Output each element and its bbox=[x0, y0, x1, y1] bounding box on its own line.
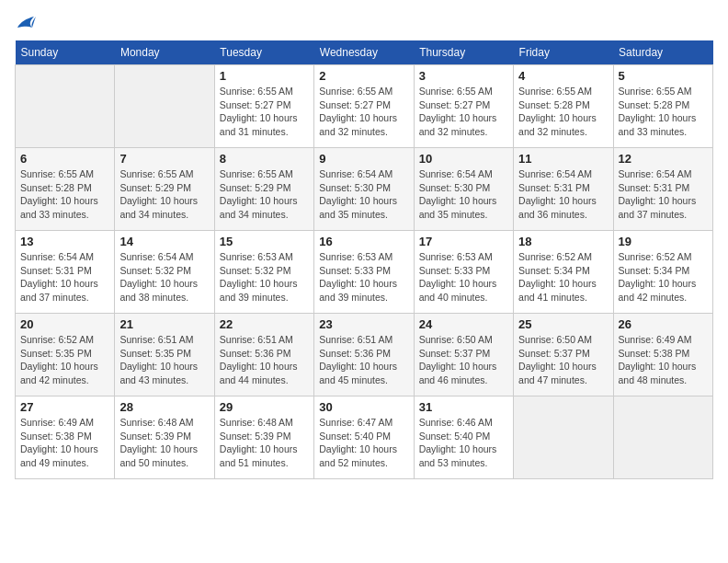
day-info: Sunrise: 6:48 AM Sunset: 5:39 PM Dayligh… bbox=[220, 416, 309, 470]
calendar-day-cell: 13Sunrise: 6:54 AM Sunset: 5:31 PM Dayli… bbox=[16, 231, 115, 314]
calendar-day-cell: 7Sunrise: 6:55 AM Sunset: 5:29 PM Daylig… bbox=[115, 148, 214, 231]
day-number: 26 bbox=[619, 317, 708, 331]
day-number: 4 bbox=[518, 69, 608, 83]
day-number: 20 bbox=[20, 317, 109, 331]
day-info: Sunrise: 6:49 AM Sunset: 5:38 PM Dayligh… bbox=[20, 416, 109, 470]
day-number: 15 bbox=[220, 235, 309, 248]
day-info: Sunrise: 6:55 AM Sunset: 5:29 PM Dayligh… bbox=[220, 167, 309, 222]
calendar-day-cell bbox=[16, 65, 115, 148]
day-number: 6 bbox=[20, 152, 109, 166]
calendar-header-row: SundayMondayTuesdayWednesdayThursdayFrid… bbox=[16, 40, 713, 65]
day-info: Sunrise: 6:53 AM Sunset: 5:32 PM Dayligh… bbox=[220, 250, 309, 304]
day-info: Sunrise: 6:54 AM Sunset: 5:32 PM Dayligh… bbox=[119, 250, 209, 304]
calendar-day-cell: 2Sunrise: 6:55 AM Sunset: 5:27 PM Daylig… bbox=[314, 65, 414, 148]
calendar-day-cell: 26Sunrise: 6:49 AM Sunset: 5:38 PM Dayli… bbox=[613, 314, 712, 396]
bird-icon bbox=[16, 15, 36, 31]
calendar-day-cell: 23Sunrise: 6:51 AM Sunset: 5:36 PM Dayli… bbox=[314, 314, 414, 396]
calendar-day-cell: 28Sunrise: 6:48 AM Sunset: 5:39 PM Dayli… bbox=[115, 396, 214, 479]
day-info: Sunrise: 6:46 AM Sunset: 5:40 PM Dayligh… bbox=[419, 416, 508, 470]
calendar-day-cell: 3Sunrise: 6:55 AM Sunset: 5:27 PM Daylig… bbox=[414, 65, 513, 148]
calendar-day-cell: 31Sunrise: 6:46 AM Sunset: 5:40 PM Dayli… bbox=[414, 396, 513, 479]
calendar-table: SundayMondayTuesdayWednesdayThursdayFrid… bbox=[15, 40, 713, 479]
day-info: Sunrise: 6:54 AM Sunset: 5:31 PM Dayligh… bbox=[20, 250, 109, 304]
day-number: 9 bbox=[319, 152, 408, 166]
day-info: Sunrise: 6:52 AM Sunset: 5:35 PM Dayligh… bbox=[20, 333, 109, 387]
day-info: Sunrise: 6:47 AM Sunset: 5:40 PM Dayligh… bbox=[319, 416, 408, 470]
calendar-day-cell: 25Sunrise: 6:50 AM Sunset: 5:37 PM Dayli… bbox=[514, 314, 613, 396]
day-info: Sunrise: 6:51 AM Sunset: 5:35 PM Dayligh… bbox=[119, 333, 209, 387]
day-number: 3 bbox=[419, 69, 508, 83]
day-info: Sunrise: 6:55 AM Sunset: 5:27 PM Dayligh… bbox=[220, 85, 309, 139]
day-number: 7 bbox=[119, 152, 209, 166]
calendar-day-cell: 15Sunrise: 6:53 AM Sunset: 5:32 PM Dayli… bbox=[214, 231, 313, 314]
day-info: Sunrise: 6:55 AM Sunset: 5:28 PM Dayligh… bbox=[619, 85, 708, 139]
day-info: Sunrise: 6:52 AM Sunset: 5:34 PM Dayligh… bbox=[518, 250, 608, 304]
calendar-day-cell: 17Sunrise: 6:53 AM Sunset: 5:33 PM Dayli… bbox=[414, 231, 513, 314]
day-number: 17 bbox=[419, 235, 508, 248]
page-header bbox=[15, 15, 713, 31]
day-info: Sunrise: 6:50 AM Sunset: 5:37 PM Dayligh… bbox=[518, 333, 608, 387]
day-info: Sunrise: 6:55 AM Sunset: 5:28 PM Dayligh… bbox=[20, 167, 109, 222]
day-number: 10 bbox=[419, 152, 508, 166]
calendar-day-cell: 22Sunrise: 6:51 AM Sunset: 5:36 PM Dayli… bbox=[214, 314, 313, 396]
calendar-day-cell: 8Sunrise: 6:55 AM Sunset: 5:29 PM Daylig… bbox=[214, 148, 313, 231]
day-info: Sunrise: 6:54 AM Sunset: 5:31 PM Dayligh… bbox=[619, 167, 708, 222]
day-number: 8 bbox=[220, 152, 309, 166]
calendar-day-cell: 18Sunrise: 6:52 AM Sunset: 5:34 PM Dayli… bbox=[514, 231, 613, 314]
calendar-week-row: 27Sunrise: 6:49 AM Sunset: 5:38 PM Dayli… bbox=[16, 396, 713, 479]
day-info: Sunrise: 6:54 AM Sunset: 5:30 PM Dayligh… bbox=[319, 167, 408, 222]
calendar-day-cell: 9Sunrise: 6:54 AM Sunset: 5:30 PM Daylig… bbox=[314, 148, 414, 231]
day-number: 14 bbox=[119, 235, 209, 248]
day-number: 18 bbox=[518, 235, 608, 248]
day-info: Sunrise: 6:55 AM Sunset: 5:27 PM Dayligh… bbox=[319, 85, 408, 139]
weekday-header-monday: Monday bbox=[115, 40, 214, 65]
day-info: Sunrise: 6:53 AM Sunset: 5:33 PM Dayligh… bbox=[419, 250, 508, 304]
calendar-day-cell: 27Sunrise: 6:49 AM Sunset: 5:38 PM Dayli… bbox=[16, 396, 115, 479]
day-info: Sunrise: 6:51 AM Sunset: 5:36 PM Dayligh… bbox=[220, 333, 309, 387]
calendar-week-row: 1Sunrise: 6:55 AM Sunset: 5:27 PM Daylig… bbox=[16, 65, 713, 148]
day-number: 5 bbox=[619, 69, 708, 83]
calendar-day-cell: 11Sunrise: 6:54 AM Sunset: 5:31 PM Dayli… bbox=[514, 148, 613, 231]
calendar-day-cell bbox=[613, 396, 712, 479]
calendar-day-cell: 29Sunrise: 6:48 AM Sunset: 5:39 PM Dayli… bbox=[214, 396, 313, 479]
calendar-day-cell: 5Sunrise: 6:55 AM Sunset: 5:28 PM Daylig… bbox=[613, 65, 712, 148]
day-number: 25 bbox=[518, 317, 608, 331]
logo bbox=[15, 15, 37, 31]
calendar-day-cell: 20Sunrise: 6:52 AM Sunset: 5:35 PM Dayli… bbox=[16, 314, 115, 396]
calendar-day-cell: 10Sunrise: 6:54 AM Sunset: 5:30 PM Dayli… bbox=[414, 148, 513, 231]
weekday-header-saturday: Saturday bbox=[613, 40, 712, 65]
day-number: 21 bbox=[119, 317, 209, 331]
day-info: Sunrise: 6:49 AM Sunset: 5:38 PM Dayligh… bbox=[619, 333, 708, 387]
calendar-day-cell: 4Sunrise: 6:55 AM Sunset: 5:28 PM Daylig… bbox=[514, 65, 613, 148]
day-info: Sunrise: 6:48 AM Sunset: 5:39 PM Dayligh… bbox=[119, 416, 209, 470]
calendar-day-cell: 1Sunrise: 6:55 AM Sunset: 5:27 PM Daylig… bbox=[214, 65, 313, 148]
day-info: Sunrise: 6:52 AM Sunset: 5:34 PM Dayligh… bbox=[619, 250, 708, 304]
day-number: 28 bbox=[119, 400, 209, 414]
day-info: Sunrise: 6:54 AM Sunset: 5:31 PM Dayligh… bbox=[518, 167, 608, 222]
calendar-week-row: 6Sunrise: 6:55 AM Sunset: 5:28 PM Daylig… bbox=[16, 148, 713, 231]
day-info: Sunrise: 6:55 AM Sunset: 5:28 PM Dayligh… bbox=[518, 85, 608, 139]
day-number: 19 bbox=[619, 235, 708, 248]
weekday-header-wednesday: Wednesday bbox=[314, 40, 414, 65]
weekday-header-tuesday: Tuesday bbox=[214, 40, 313, 65]
day-info: Sunrise: 6:50 AM Sunset: 5:37 PM Dayligh… bbox=[419, 333, 508, 387]
day-number: 23 bbox=[319, 317, 408, 331]
weekday-header-sunday: Sunday bbox=[16, 40, 115, 65]
day-number: 24 bbox=[419, 317, 508, 331]
day-number: 22 bbox=[220, 317, 309, 331]
day-number: 2 bbox=[319, 69, 408, 83]
calendar-day-cell: 21Sunrise: 6:51 AM Sunset: 5:35 PM Dayli… bbox=[115, 314, 214, 396]
day-info: Sunrise: 6:53 AM Sunset: 5:33 PM Dayligh… bbox=[319, 250, 408, 304]
day-number: 29 bbox=[220, 400, 309, 414]
calendar-day-cell: 14Sunrise: 6:54 AM Sunset: 5:32 PM Dayli… bbox=[115, 231, 214, 314]
day-number: 12 bbox=[619, 152, 708, 166]
day-number: 31 bbox=[419, 400, 508, 414]
calendar-week-row: 20Sunrise: 6:52 AM Sunset: 5:35 PM Dayli… bbox=[16, 314, 713, 396]
day-number: 1 bbox=[220, 69, 309, 83]
calendar-day-cell: 12Sunrise: 6:54 AM Sunset: 5:31 PM Dayli… bbox=[613, 148, 712, 231]
day-info: Sunrise: 6:54 AM Sunset: 5:30 PM Dayligh… bbox=[419, 167, 508, 222]
calendar-day-cell bbox=[514, 396, 613, 479]
day-number: 27 bbox=[20, 400, 109, 414]
day-number: 11 bbox=[518, 152, 608, 166]
day-info: Sunrise: 6:55 AM Sunset: 5:27 PM Dayligh… bbox=[419, 85, 508, 139]
